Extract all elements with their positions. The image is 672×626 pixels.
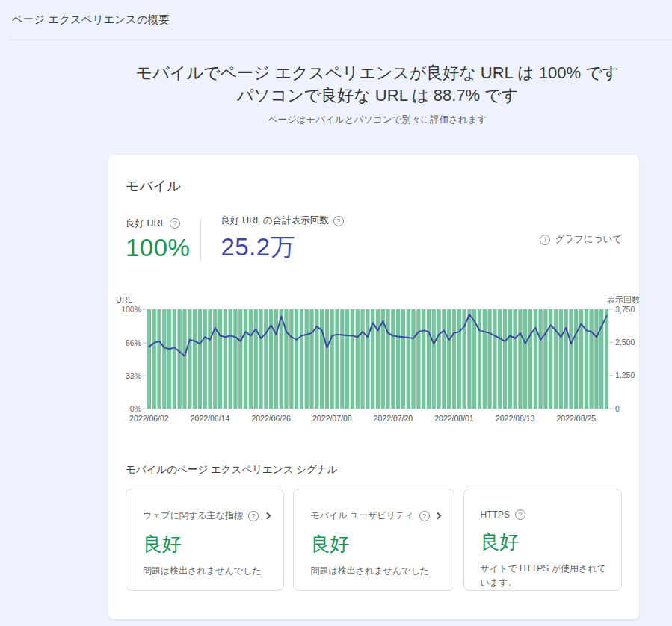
help-icon[interactable]: ?	[170, 218, 180, 229]
svg-text:100%: 100%	[121, 305, 141, 314]
help-icon[interactable]: ?	[419, 511, 430, 521]
chevron-right-icon	[264, 512, 271, 520]
card-title-mobile: モバイル	[108, 155, 639, 195]
signal-label: ウェブに関する主な指標	[143, 509, 243, 522]
svg-text:2022/06/02: 2022/06/02	[129, 414, 169, 423]
signal-label: モバイル ユーザビリティ	[310, 509, 413, 522]
summary-note: ページはモバイルとパソコンで別々に評価されます	[112, 114, 643, 126]
header-divider	[9, 40, 672, 40]
svg-text:2022/08/01: 2022/08/01	[434, 414, 474, 423]
signal-status: 良好	[143, 531, 270, 557]
stats-row: 良好 URL ? 100% 良好 URL の合計表示回数 ? 25.2万 i グ…	[126, 214, 622, 264]
summary-line-mobile: モバイルでページ エクスペリエンスが良好な URL は 100% です	[112, 62, 643, 84]
svg-text:3,750: 3,750	[615, 305, 635, 314]
svg-text:0%: 0%	[130, 404, 141, 413]
help-icon[interactable]: ?	[248, 511, 259, 521]
svg-text:2022/07/08: 2022/07/08	[312, 414, 352, 423]
about-graph-label: グラフについて	[555, 233, 622, 246]
signal-card-core-web-vitals[interactable]: ウェブに関する主な指標 ? 良好 問題は検出されませんでした	[126, 489, 284, 591]
about-graph-link[interactable]: i グラフについて	[540, 233, 622, 246]
good-url-chart[interactable]: URL表示回数100%66%33%0%3,7502,5001,25002022/…	[108, 294, 639, 427]
signal-status: 良好	[310, 531, 440, 557]
signal-card-https[interactable]: HTTPS ? 良好 サイトで HTTPS が使用されています。	[463, 489, 622, 591]
stat-impressions: 良好 URL の合計表示回数 ? 25.2万	[221, 214, 343, 264]
stat-impressions-value: 25.2万	[221, 231, 343, 264]
svg-text:1,250: 1,250	[615, 371, 635, 379]
page-title: ページ エクスペリエンスの概要	[12, 13, 170, 27]
signal-label: HTTPS	[481, 509, 510, 520]
info-icon: i	[540, 235, 550, 245]
signal-description: 問題は検出されませんでした	[310, 564, 440, 578]
svg-text:2022/08/25: 2022/08/25	[557, 414, 597, 423]
stat-good-url-value: 100%	[126, 234, 190, 262]
signal-cards-row: ウェブに関する主な指標 ? 良好 問題は検出されませんでした モバイル ユーザビ…	[126, 489, 622, 591]
report-header: ページ エクスペリエンスの概要	[0, 0, 672, 40]
svg-text:2022/06/14: 2022/06/14	[191, 414, 230, 423]
svg-text:2022/07/20: 2022/07/20	[374, 414, 413, 423]
signal-card-mobile-usability[interactable]: モバイル ユーザビリティ ? 良好 問題は検出されませんでした	[293, 489, 454, 591]
signal-status: 良好	[481, 529, 608, 555]
svg-text:0: 0	[615, 404, 620, 413]
svg-text:2022/08/13: 2022/08/13	[496, 414, 535, 423]
svg-text:33%: 33%	[126, 371, 141, 380]
svg-text:URL: URL	[116, 295, 132, 304]
svg-text:表示回数: 表示回数	[607, 295, 639, 304]
svg-text:66%: 66%	[126, 338, 141, 347]
chevron-right-icon	[434, 512, 441, 520]
signal-description: 問題は検出されませんでした	[143, 564, 270, 578]
summary-line-desktop: パソコンで良好な URL は 88.7% です	[112, 84, 643, 107]
stat-good-url: 良好 URL ? 100%	[126, 217, 190, 262]
svg-text:2,500: 2,500	[615, 338, 635, 347]
stat-impressions-label: 良好 URL の合計表示回数	[221, 214, 328, 227]
help-icon[interactable]: ?	[333, 216, 344, 226]
mobile-report-card: モバイル 良好 URL ? 100% 良好 URL の合計表示回数 ? 25.2…	[108, 155, 639, 619]
signal-description: サイトで HTTPS が使用されています。	[481, 562, 608, 589]
signals-heading: モバイルのページ エクスペリエンス シグナル	[126, 463, 639, 477]
stat-good-url-label: 良好 URL	[126, 217, 165, 230]
summary-hero: モバイルでページ エクスペリエンスが良好な URL は 100% です パソコン…	[112, 62, 643, 126]
svg-text:2022/06/26: 2022/06/26	[251, 414, 291, 423]
stat-divider	[200, 219, 201, 261]
help-icon[interactable]: ?	[515, 509, 525, 520]
chart-canvas[interactable]: URL表示回数100%66%33%0%3,7502,5001,25002022/…	[108, 294, 639, 427]
